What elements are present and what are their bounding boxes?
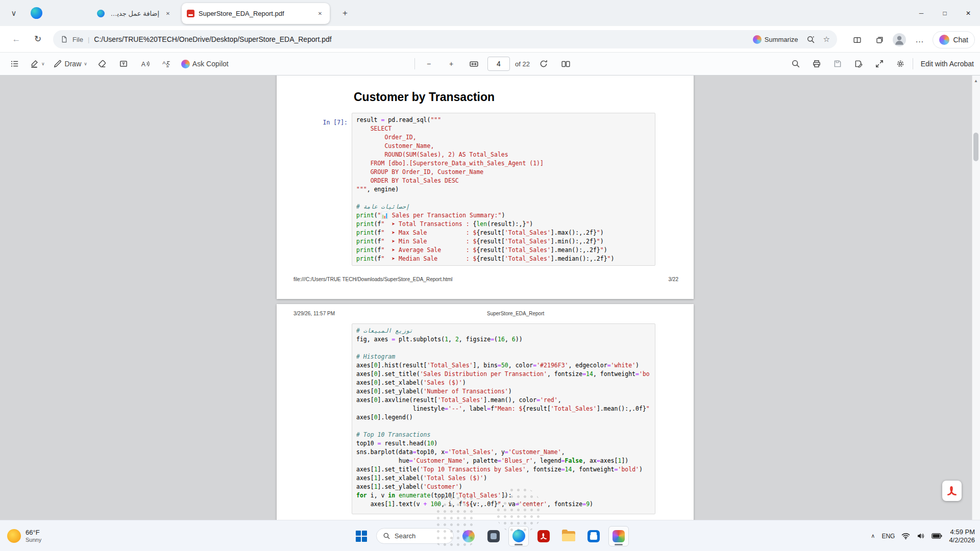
tab-close-icon[interactable]: ✕ [315,9,325,18]
app-icon [487,530,500,542]
zoom-in-button[interactable]: + [443,55,460,72]
sun-icon [7,529,21,543]
pdf-page-4: 3/29/26, 11:57 PM SuperStore_EDA_Report … [277,304,694,520]
maximize-button[interactable]: □ [933,0,957,26]
close-button[interactable]: ✕ [957,0,980,26]
taskbar-edge[interactable] [508,526,529,546]
pdf-favicon [187,10,194,17]
scrollbar-thumb[interactable] [973,133,978,161]
search-icon [383,532,390,540]
copilot-icon [753,35,762,44]
pdf-page-3: Customer by Transaction In [7]: result =… [277,76,694,299]
draw-button[interactable]: Draw ∨ [51,55,89,72]
search-document-button[interactable] [787,55,804,72]
divider [913,58,913,69]
tab-title: SuperStore_EDA_Report.pdf [199,10,311,17]
refresh-button[interactable]: ↻ [29,30,47,48]
erase-button[interactable] [93,55,111,72]
zoom-out-button[interactable]: − [420,55,437,72]
system-tray: ∧ ENG 4:59 PM 4/2/2026 [871,520,975,551]
rotate-icon [539,59,548,68]
fit-to-width-button[interactable] [465,55,482,72]
copilot-chat-button[interactable]: Chat [933,31,975,48]
tab-nafezly[interactable]: إضافة عمل جديد | نفذلي ✕ [92,4,178,23]
split-screen-icon [853,36,862,44]
read-aloud-icon: A [140,59,150,68]
fullscreen-button[interactable] [871,55,888,72]
page-footer-number: 3/22 [669,277,678,282]
table-of-contents-button[interactable] [6,55,23,72]
clock[interactable]: 4:59 PM 4/2/2026 [949,528,975,544]
save-button[interactable] [829,55,846,72]
tab-search-button[interactable]: ∨ [5,5,22,22]
new-tab-button[interactable]: + [338,6,352,20]
page-view-button[interactable] [557,55,575,72]
save-icon [833,59,842,68]
search-label: Search [395,532,415,540]
scrollbar-track[interactable]: ▲ [972,76,980,520]
scroll-up-arrow[interactable]: ▲ [973,79,979,83]
chat-label: Chat [953,36,968,44]
windows-logo-icon [356,531,367,542]
save-as-icon [854,59,863,68]
refresh-icon: ↻ [34,34,41,44]
copilot-icon [939,35,949,45]
highlight-button[interactable]: ∨ [28,55,47,72]
summarize-button[interactable]: Summarize [753,35,798,44]
draw-label: Draw [65,60,82,68]
taskbar-file-explorer[interactable] [558,526,579,546]
store-icon [587,530,600,542]
rotate-button[interactable] [535,55,552,72]
taskbar-copilot[interactable] [458,526,479,546]
taskbar-app-colorful[interactable] [608,526,629,546]
pdf-settings-button[interactable] [892,55,909,72]
open-in-acrobat-button[interactable] [942,481,962,501]
split-screen-button[interactable] [848,31,866,49]
back-button[interactable]: ← [7,30,26,48]
tab-pdf-report[interactable]: SuperStore_EDA_Report.pdf ✕ [182,3,330,24]
minimize-button[interactable]: ─ [910,0,933,26]
pdf-viewer: Customer by Transaction In [7]: result =… [0,76,980,520]
fit-width-icon [469,59,479,69]
page-header-title: SuperStore_EDA_Report [487,311,544,316]
tray-chevron-icon[interactable]: ∧ [871,533,875,539]
collections-icon [875,36,884,44]
tab-title: إضافة عمل جديد | نفذلي [109,10,159,17]
taskbar-app-dark[interactable] [483,526,504,546]
taskbar-acrobat[interactable] [533,526,554,546]
copilot-icon [181,60,190,68]
translate-button[interactable]: A a [158,55,175,72]
screen: ∨ إضافة عمل جديد | نفذلي ✕ SuperStore_ED… [0,0,980,551]
ask-copilot-button[interactable]: Ask Copilot [179,55,231,72]
taskbar-store[interactable] [583,526,604,546]
page-footer-url: file:///C:/Users/TRUE TECH/Downloads/Sup… [293,277,453,282]
favorites-star-icon[interactable]: ☆ [823,35,830,44]
wifi-icon[interactable] [901,532,910,540]
profile-avatar[interactable] [893,33,906,46]
url-field[interactable]: File | C:/Users/TRUE%20TECH/OneDrive/Des… [53,30,837,48]
copilot-icon [462,530,475,542]
taskbar-apps: Search [351,520,629,551]
eraser-icon [97,59,107,68]
weather-widget[interactable]: 66°F Sunny [7,520,41,551]
page-view-icon [561,59,571,69]
collections-button[interactable] [870,31,889,49]
gear-icon [896,59,905,68]
page-number-input[interactable] [487,57,510,71]
start-button[interactable] [351,526,372,546]
page-header-datetime: 3/29/26, 11:57 PM [293,311,335,316]
volume-icon[interactable] [917,532,925,540]
battery-icon[interactable] [932,533,942,539]
add-text-button[interactable] [115,55,132,72]
tab-close-icon[interactable]: ✕ [163,9,173,18]
more-menu-button[interactable]: … [910,31,928,49]
read-aloud-button[interactable]: A [136,55,154,72]
svg-text:A: A [141,61,146,68]
visual-search-icon[interactable] [806,35,815,44]
taskbar-search[interactable]: Search [376,528,454,544]
edit-with-acrobat-button[interactable]: Edit with Acrobat [921,60,974,68]
language-indicator[interactable]: ENG [881,533,895,540]
time: 4:59 PM [949,528,975,536]
print-button[interactable] [808,55,825,72]
save-as-button[interactable] [850,55,867,72]
